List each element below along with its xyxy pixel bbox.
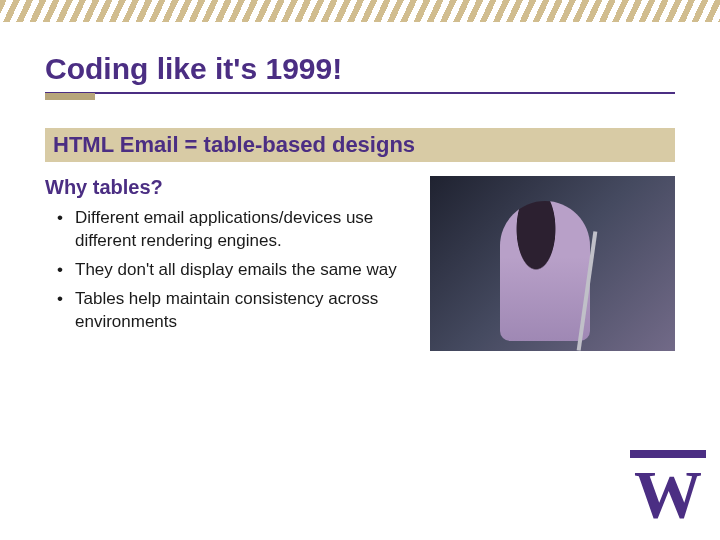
section-heading: Why tables? — [45, 176, 410, 199]
text-column: Why tables? Different email applications… — [45, 176, 410, 351]
content-row: Why tables? Different email applications… — [0, 162, 720, 351]
image-placeholder-figure — [500, 201, 590, 341]
slide-subtitle: HTML Email = table-based designs — [45, 128, 675, 162]
uw-logo: W — [634, 460, 702, 528]
list-item: They don't all display emails the same w… — [75, 259, 410, 282]
title-accent-bar — [45, 93, 95, 100]
list-item: Different email applications/devices use… — [75, 207, 410, 253]
slide-title: Coding like it's 1999! — [45, 52, 675, 94]
logo-bar — [630, 450, 706, 458]
slide-image — [430, 176, 675, 351]
title-area: Coding like it's 1999! — [0, 22, 720, 110]
bullet-list: Different email applications/devices use… — [45, 207, 410, 334]
list-item: Tables help maintain consistency across … — [75, 288, 410, 334]
logo-letter: W — [634, 456, 702, 532]
decorative-stripe — [0, 0, 720, 22]
